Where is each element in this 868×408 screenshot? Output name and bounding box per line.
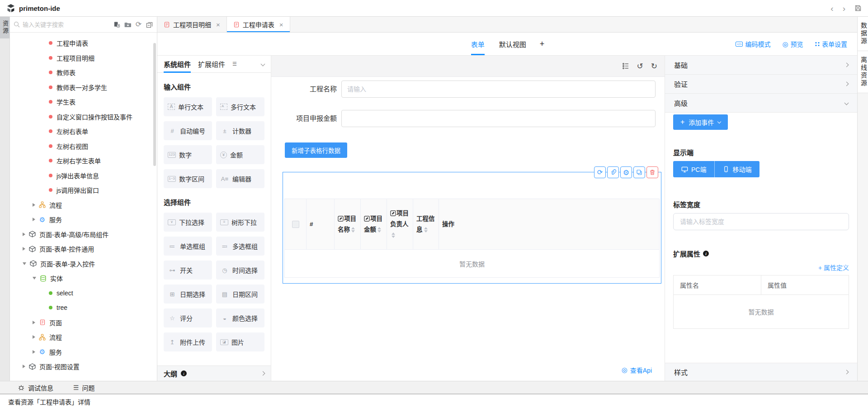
- tree-item[interactable]: 页面-视图设置: [10, 359, 157, 374]
- link-icon[interactable]: [607, 166, 619, 178]
- tree-caret-icon[interactable]: [33, 321, 35, 324]
- section-基础[interactable]: 基础: [665, 56, 857, 75]
- section-style[interactable]: 样式: [665, 363, 857, 381]
- new-folder-icon[interactable]: [124, 21, 132, 28]
- palette-item[interactable]: ± 计数器: [216, 121, 264, 140]
- palette-item[interactable]: ▤ 日期区间: [216, 285, 264, 304]
- tree-item[interactable]: 左树右学生表单: [10, 153, 157, 168]
- nav-forward-icon[interactable]: ›: [843, 4, 845, 13]
- debugbar-item[interactable]: ☰ 问题: [73, 383, 95, 392]
- add-view-button[interactable]: +: [540, 39, 545, 49]
- gear-icon[interactable]: ⚙: [620, 166, 632, 178]
- copy-icon[interactable]: [633, 166, 645, 178]
- section-高级[interactable]: 高级: [665, 94, 857, 113]
- tree-scrollbar[interactable]: [153, 43, 156, 166]
- view-api-link[interactable]: ◎ 查看Api: [622, 365, 652, 375]
- sidebar-tab-离线资源[interactable]: 离线资源: [858, 51, 868, 93]
- tree-item[interactable]: tree: [10, 300, 157, 315]
- palette-item[interactable]: ◪ 图片: [216, 332, 264, 351]
- tree-item[interactable]: 流程: [10, 330, 157, 345]
- sync-icon[interactable]: ⟳: [594, 166, 606, 178]
- tree-item[interactable]: 页面-表单-控件通用: [10, 242, 157, 256]
- close-icon[interactable]: ×: [279, 21, 283, 28]
- palette-menu-icon[interactable]: ☰: [232, 61, 237, 67]
- tree-item[interactable]: js调用弹出窗口: [10, 183, 157, 198]
- tree-caret-icon[interactable]: [33, 218, 35, 221]
- editor-tab[interactable]: 工程申请表 ×: [227, 17, 290, 32]
- field-input[interactable]: [341, 110, 656, 127]
- outline-footer[interactable]: 大纲 i: [157, 365, 271, 381]
- tree-item[interactable]: 学生表: [10, 95, 157, 109]
- save-icon[interactable]: [854, 5, 862, 12]
- tree-item[interactable]: 左树右视图: [10, 139, 157, 154]
- tree-caret-icon[interactable]: [33, 277, 36, 280]
- tree-caret-icon[interactable]: [23, 232, 25, 236]
- tree-caret-icon[interactable]: [23, 247, 25, 251]
- tree-caret-icon[interactable]: [23, 262, 26, 265]
- debugbar-item[interactable]: 调试信息: [18, 383, 53, 392]
- tree-item[interactable]: 工程申请表: [10, 36, 157, 51]
- redo-icon[interactable]: ↻: [651, 62, 657, 70]
- tree-item[interactable]: 教师表一对多学生: [10, 80, 157, 95]
- view-tab[interactable]: 表单: [470, 33, 486, 55]
- tree-item[interactable]: ⚙服务: [10, 212, 157, 227]
- outline-tree-icon[interactable]: [622, 62, 629, 70]
- undo-icon[interactable]: ↺: [637, 62, 643, 70]
- add-subtable-row-button[interactable]: 新增子表格行数据: [285, 142, 347, 158]
- add-event-button[interactable]: + 添加事件: [673, 114, 728, 130]
- label-width-input[interactable]: [673, 213, 849, 230]
- search-input[interactable]: [23, 21, 110, 28]
- action-code-mode[interactable]: </> 编码模式: [736, 39, 770, 48]
- sidebar-tab-resources[interactable]: 资源: [0, 17, 9, 38]
- tree-item[interactable]: 教师表: [10, 65, 157, 80]
- palette-item[interactable]: ∨ 下拉选择: [164, 213, 212, 232]
- palette-item[interactable]: ⊞ 日期选择: [164, 285, 212, 304]
- action-preview-eye[interactable]: ◎ 预览: [782, 39, 803, 48]
- palette-item[interactable]: ◷ 时间选择: [216, 261, 264, 280]
- collapse-all-icon[interactable]: [146, 21, 153, 28]
- tree-item[interactable]: 流程: [10, 198, 157, 213]
- tree-caret-icon[interactable]: [33, 350, 35, 354]
- palette-item[interactable]: ≔ 单选框组: [164, 237, 212, 256]
- refresh-icon[interactable]: ⟳: [135, 21, 142, 28]
- tree-item[interactable]: 页面-表单-录入控件: [10, 256, 157, 271]
- display-button-monitor[interactable]: PC端: [673, 161, 715, 177]
- tree-item[interactable]: 页面-表单-高级/布局组件: [10, 227, 157, 242]
- section-验证[interactable]: 验证: [665, 75, 857, 94]
- palette-item[interactable]: A 多行文本: [216, 97, 264, 116]
- subtable-widget-selected[interactable]: ⟳⚙ #项目名称项目金额项目负责人工程信息操作 暂无数据: [283, 172, 661, 284]
- palette-item[interactable]: # 自动编号: [164, 121, 212, 140]
- sort-icon[interactable]: [377, 227, 381, 233]
- palette-item[interactable]: ⊶ 开关: [164, 261, 212, 280]
- palette-item[interactable]: ¥ 金额: [216, 145, 264, 164]
- palette-item[interactable]: ☆ 评分: [164, 308, 212, 327]
- palette-item[interactable]: 123 数字: [164, 145, 212, 164]
- field-input[interactable]: [341, 81, 656, 98]
- tree-item[interactable]: ⚙服务: [10, 345, 157, 360]
- tree-item[interactable]: 实体: [10, 271, 157, 286]
- nav-back-icon[interactable]: ‹: [830, 4, 833, 13]
- palette-item[interactable]: ↥ 附件上传: [164, 332, 212, 351]
- trash-icon[interactable]: [646, 166, 658, 178]
- palette-item[interactable]: ≡ 树形下拉: [216, 213, 264, 232]
- palette-item[interactable]: 1~3 数字区间: [164, 169, 212, 188]
- display-button-phone[interactable]: 移动端: [715, 161, 760, 177]
- select-all-checkbox[interactable]: [292, 221, 299, 228]
- palette-item[interactable]: ◒ 颜色选择: [216, 308, 264, 327]
- tree-item[interactable]: 自定义窗口操作按钮及事件: [10, 109, 157, 124]
- palette-item[interactable]: ≕ 多选框组: [216, 237, 264, 256]
- close-icon[interactable]: ×: [216, 21, 220, 28]
- locate-file-icon[interactable]: [113, 21, 121, 28]
- tree-item[interactable]: 左树右表单: [10, 124, 157, 139]
- tree-caret-icon[interactable]: [33, 335, 35, 339]
- tree-item[interactable]: js弹出表单信息: [10, 168, 157, 183]
- view-tab[interactable]: 默认视图: [498, 33, 527, 55]
- editor-tab[interactable]: 工程项目明细 ×: [157, 17, 227, 32]
- prop-define-link[interactable]: + 属性定义: [818, 264, 849, 271]
- sort-icon[interactable]: [424, 227, 428, 233]
- tree-item[interactable]: select: [10, 286, 157, 301]
- tree-item[interactable]: 页面: [10, 315, 157, 330]
- sort-icon[interactable]: [392, 232, 395, 238]
- sort-icon[interactable]: [351, 227, 355, 233]
- palette-tab[interactable]: 系统组件: [164, 56, 191, 73]
